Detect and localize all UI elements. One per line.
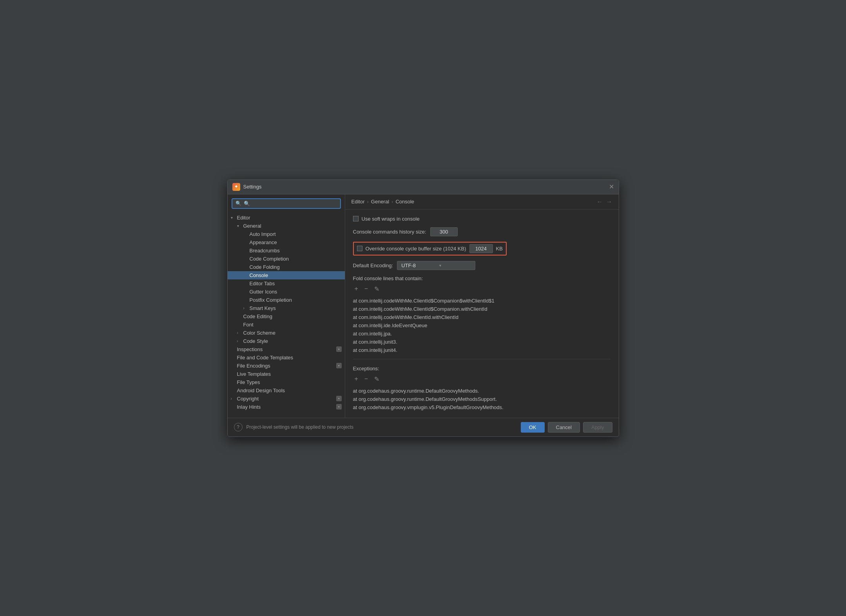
help-button[interactable]: ?: [234, 423, 243, 431]
list-item: at com.intellij.codeWithMe.ClientId.with…: [353, 313, 611, 321]
sidebar-item-code-style[interactable]: › Code Style: [228, 337, 345, 345]
badge-icon: ▪: [336, 404, 342, 409]
sidebar-item-postfix-completion[interactable]: Postfix Completion: [228, 296, 345, 304]
sidebar-item-label: Breadcrumbs: [250, 248, 280, 254]
dropdown-arrow-icon: ▾: [439, 263, 441, 268]
history-size-row: Console commands history size:: [353, 227, 611, 236]
sidebar-item-console[interactable]: Console: [228, 271, 345, 279]
sidebar-item-label: Android Design Tools: [237, 388, 285, 393]
sidebar-item-inlay-hints[interactable]: Inlay Hints ▪: [228, 403, 345, 411]
sidebar-item-gutter-icons[interactable]: Gutter Icons: [228, 288, 345, 296]
override-input[interactable]: [469, 244, 493, 253]
badge-icon: ▪: [336, 346, 342, 352]
sidebar-item-android-design-tools[interactable]: Android Design Tools: [228, 386, 345, 395]
sidebar-item-label: Color Scheme: [243, 330, 275, 336]
expand-arrow: ›: [237, 339, 242, 343]
list-item: at com.intellij.jpa.: [353, 330, 611, 338]
apply-button[interactable]: Apply: [583, 422, 612, 433]
sidebar-item-smart-keys[interactable]: › Smart Keys: [228, 304, 345, 312]
history-size-input[interactable]: [430, 227, 458, 236]
sidebar-item-label: General: [243, 223, 261, 229]
fold-section: Fold console lines that contain: + − ✎ a…: [353, 275, 611, 354]
sidebar-item-editor-tabs[interactable]: Editor Tabs: [228, 279, 345, 288]
sidebar-item-code-editing[interactable]: Code Editing: [228, 312, 345, 321]
soft-wrap-row: Use soft wraps in console: [353, 216, 611, 222]
sidebar-item-label: Code Folding: [250, 264, 280, 270]
exceptions-add-button[interactable]: +: [353, 375, 360, 384]
ok-button[interactable]: OK: [521, 422, 545, 433]
sidebar-item-label: File Encodings: [237, 363, 270, 369]
list-item: at org.codehaus.groovy.vmplugin.v5.Plugi…: [353, 403, 611, 411]
sidebar-item-label: Editor Tabs: [250, 281, 275, 286]
sidebar-item-file-code-templates[interactable]: File and Code Templates: [228, 353, 345, 362]
content-area: Use soft wraps in console Console comman…: [345, 210, 619, 418]
badge-icon: ▪: [336, 396, 342, 401]
fold-toolbar: + − ✎: [353, 284, 611, 294]
dialog-title: Settings: [243, 184, 262, 190]
sidebar-item-label: Inspections: [237, 346, 263, 352]
expand-arrow: ›: [243, 306, 248, 310]
encoding-dropdown[interactable]: UTF-8 ▾: [397, 261, 475, 270]
search-box[interactable]: 🔍: [232, 198, 341, 209]
nav-forward-button[interactable]: →: [606, 198, 612, 205]
sidebar-item-breadcrumbs[interactable]: Breadcrumbs: [228, 246, 345, 255]
fold-remove-button[interactable]: −: [363, 284, 370, 294]
sidebar-item-label: Postfix Completion: [250, 297, 292, 303]
sidebar-item-code-completion[interactable]: Code Completion: [228, 255, 345, 263]
dialog-body: 🔍 ▾ Editor ▾ General Auto Import: [228, 194, 619, 418]
sidebar-item-auto-import[interactable]: Auto Import: [228, 230, 345, 238]
close-button[interactable]: ✕: [609, 183, 614, 190]
sidebar-item-live-templates[interactable]: Live Templates: [228, 370, 345, 378]
sidebar-item-label: Code Style: [243, 338, 268, 344]
sidebar-item-code-folding[interactable]: Code Folding: [228, 263, 345, 271]
list-item: at com.intellij.codeWithMe.ClientId$Comp…: [353, 297, 611, 305]
fold-edit-button[interactable]: ✎: [373, 284, 381, 294]
sidebar-item-font[interactable]: Font: [228, 321, 345, 329]
sidebar-item-label: Font: [243, 322, 254, 328]
footer-right: OK Cancel Apply: [521, 422, 612, 433]
sidebar-item-label: Copyright: [237, 396, 259, 402]
search-input[interactable]: [244, 201, 337, 207]
sidebar-item-editor[interactable]: ▾ Editor: [228, 214, 345, 222]
override-label: Override console cycle buffer size (1024…: [366, 246, 466, 252]
exceptions-edit-button[interactable]: ✎: [373, 375, 381, 384]
soft-wrap-checkbox[interactable]: [353, 216, 359, 221]
sidebar-item-inspections[interactable]: Inspections ▪: [228, 345, 345, 353]
fold-list: at com.intellij.codeWithMe.ClientId$Comp…: [353, 297, 611, 354]
sidebar-item-copyright[interactable]: › Copyright ▪: [228, 395, 345, 403]
override-checkbox[interactable]: [357, 246, 362, 251]
sidebar-item-appearance[interactable]: Appearance: [228, 238, 345, 246]
fold-add-button[interactable]: +: [353, 284, 360, 294]
sidebar-tree: ▾ Editor ▾ General Auto Import Appearanc…: [228, 212, 345, 418]
list-item: at com.intellij.junit4.: [353, 346, 611, 354]
exceptions-toolbar: + − ✎: [353, 375, 611, 384]
breadcrumb-sep: ›: [367, 199, 368, 205]
sidebar-item-label: File Types: [237, 379, 260, 385]
history-size-label: Console commands history size:: [353, 229, 426, 235]
exceptions-remove-button[interactable]: −: [363, 375, 370, 384]
fold-label: Fold console lines that contain:: [353, 275, 611, 281]
sidebar-item-file-types[interactable]: File Types: [228, 378, 345, 386]
list-item: at com.intellij.codeWithMe.ClientId$Comp…: [353, 305, 611, 313]
exceptions-section: Exceptions: + − ✎ at org.codehaus.groovy…: [353, 366, 611, 411]
sidebar-item-general[interactable]: ▾ General: [228, 222, 345, 230]
sidebar-item-label: Live Templates: [237, 371, 271, 377]
cancel-button[interactable]: Cancel: [548, 422, 580, 433]
badge-icon: ▪: [336, 363, 342, 368]
override-container: Override console cycle buffer size (1024…: [353, 242, 507, 255]
encoding-value: UTF-8: [401, 263, 416, 268]
expand-arrow: ›: [237, 331, 242, 335]
exceptions-label: Exceptions:: [353, 366, 611, 371]
sidebar-item-color-scheme[interactable]: › Color Scheme: [228, 329, 345, 337]
override-unit: KB: [496, 246, 503, 252]
nav-back-button[interactable]: ←: [597, 198, 603, 205]
sidebar-item-file-encodings[interactable]: File Encodings ▪: [228, 362, 345, 370]
expand-arrow: ▾: [231, 216, 236, 220]
list-item: at com.intellij.junit3.: [353, 338, 611, 346]
list-item: at org.codehaus.groovy.runtime.DefaultGr…: [353, 395, 611, 403]
breadcrumb-editor: Editor: [351, 199, 365, 205]
soft-wrap-label[interactable]: Use soft wraps in console: [353, 216, 420, 222]
nav-arrows: ← →: [597, 198, 612, 205]
title-bar: ✦ Settings ✕: [228, 180, 619, 194]
sidebar-item-label: Smart Keys: [250, 305, 276, 311]
